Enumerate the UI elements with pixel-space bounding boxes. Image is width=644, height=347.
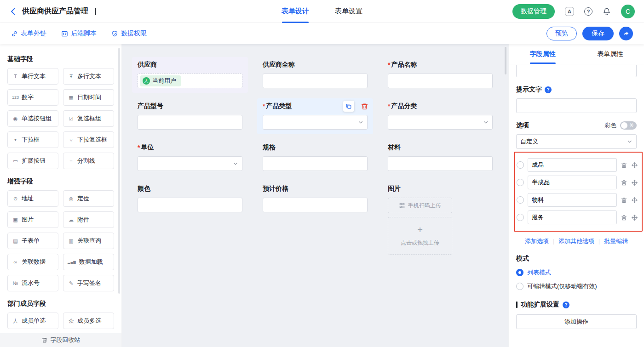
text-input[interactable] [138, 115, 242, 130]
sidebar-scrollbar[interactable] [118, 48, 120, 294]
form-field-product-model[interactable]: 产品型号 [132, 98, 248, 134]
option-value-input[interactable] [528, 193, 617, 207]
tab-form-settings[interactable]: 表单设置 [335, 0, 362, 23]
form-field-picture[interactable]: 图片 手机扫码上传 + 点击或拖拽上传 [382, 181, 498, 259]
delete-field-button[interactable] [359, 101, 370, 112]
sidebar-item-extension-button[interactable]: ▭扩展按钮 [7, 153, 58, 169]
copy-field-button[interactable] [343, 101, 354, 112]
batch-edit-link[interactable]: 批量编辑 [604, 237, 628, 245]
move-option-icon[interactable] [631, 162, 638, 169]
select-input[interactable] [388, 115, 493, 130]
form-field-material[interactable]: 材料 [382, 140, 498, 176]
drag-drop-upload-area[interactable]: + 点击或拖拽上传 [388, 217, 452, 255]
hint-help-icon[interactable]: ? [545, 86, 552, 93]
delete-option-icon[interactable] [621, 197, 627, 204]
delete-option-icon[interactable] [621, 214, 627, 221]
tab-form-properties[interactable]: 表单属性 [576, 44, 644, 64]
form-field-color[interactable]: 颜色 [132, 181, 248, 217]
option-value-input[interactable] [528, 158, 617, 172]
sidebar-item-serial-number[interactable]: №流水号 [7, 275, 58, 291]
sidebar-item-member-multi[interactable]: 众成员多选 [63, 313, 114, 329]
field-title-input[interactable] [516, 65, 637, 77]
sidebar-item-multi-dropdown[interactable]: ▽下拉复选框 [63, 131, 114, 148]
delete-option-icon[interactable] [621, 179, 627, 186]
supplier-value-box[interactable]: 人 当前用户 [138, 74, 242, 88]
option-radio[interactable] [517, 196, 524, 204]
form-field-spec[interactable]: 规格 [257, 140, 373, 176]
sidebar-item-radio-group[interactable]: ◉单选按钮组 [7, 110, 58, 127]
mode-radio[interactable] [516, 283, 523, 290]
preview-button[interactable]: 预览 [546, 27, 577, 40]
sidebar-item-linked-data[interactable]: ∞关联数据 [7, 254, 58, 270]
move-option-icon[interactable] [631, 179, 638, 186]
sidebar-item-multi-line-text[interactable]: Ŧ多行文本 [63, 68, 114, 85]
translate-icon[interactable]: A [565, 7, 574, 16]
option-value-input[interactable] [528, 176, 617, 189]
qr-upload-button[interactable]: 手机扫码上传 [388, 198, 452, 213]
sidebar-item-signature[interactable]: ✎手写签名 [63, 275, 114, 291]
back-button[interactable] [9, 7, 17, 16]
text-input[interactable] [263, 198, 368, 212]
sidebar-item-address[interactable]: ⊙地址 [7, 190, 58, 207]
sidebar-item-number[interactable]: 123数字 [7, 89, 58, 106]
form-field-product-name[interactable]: *产品名称 [382, 57, 498, 93]
bell-icon[interactable] [603, 7, 611, 16]
share-button[interactable] [619, 27, 633, 40]
sidebar-item-subform[interactable]: ▤子表单 [7, 233, 58, 249]
form-field-product-type[interactable]: *产品类型 [257, 98, 373, 134]
help-icon[interactable]: ? [584, 7, 592, 16]
add-other-option-link[interactable]: 添加其他选项 [558, 237, 594, 245]
sidebar-item-attachment[interactable]: ☁附件 [63, 211, 114, 228]
select-input[interactable] [138, 156, 242, 171]
form-field-supplier[interactable]: 供应商 人 当前用户 [132, 57, 248, 93]
form-external-link[interactable]: 表单外链 [11, 29, 46, 38]
mode-radio-selected[interactable] [516, 269, 523, 276]
option-source-select[interactable]: 自定义 [516, 134, 637, 149]
avatar[interactable]: C [621, 5, 635, 18]
option-radio[interactable] [517, 214, 524, 221]
sidebar-item-member-single[interactable]: 人成员单选 [7, 313, 58, 329]
option-radio[interactable] [517, 161, 524, 169]
mode-option-editable[interactable]: 可编辑模式(仅移动端有效) [516, 282, 637, 290]
form-field-product-category[interactable]: *产品分类 [382, 98, 498, 134]
delete-option-icon[interactable] [621, 162, 627, 169]
color-toggle[interactable]: 关 [620, 121, 637, 130]
form-field-unit[interactable]: *单位 [132, 140, 248, 176]
text-input[interactable] [388, 156, 493, 171]
data-manage-button[interactable]: 数据管理 [512, 4, 555, 19]
tab-form-design[interactable]: 表单设计 [282, 0, 309, 23]
sidebar-item-datetime[interactable]: ▦日期时间 [63, 89, 114, 106]
option-radio[interactable] [517, 179, 524, 186]
sidebar-item-checkbox-group[interactable]: ☑复选框组 [63, 110, 114, 127]
add-action-button[interactable]: 添加操作 [516, 314, 637, 329]
add-option-link[interactable]: 添加选项 [525, 237, 549, 245]
form-canvas[interactable]: 供应商 人 当前用户 供应商全称 *产品名称 产品型号 [122, 44, 508, 347]
current-user-tag[interactable]: 人 当前用户 [140, 75, 181, 86]
text-input[interactable] [263, 74, 368, 88]
sidebar-item-single-line-text[interactable]: T单行文本 [7, 68, 58, 85]
form-field-supplier-full-name[interactable]: 供应商全称 [257, 57, 373, 93]
move-option-icon[interactable] [631, 214, 638, 221]
page-title[interactable]: 供应商供应产品管理 [22, 6, 88, 16]
field-recycle-bin[interactable]: 字段回收站 [0, 333, 121, 347]
text-input[interactable] [263, 156, 368, 171]
sidebar-item-lookup-query[interactable]: ▥关联查询 [63, 233, 114, 249]
select-input[interactable] [263, 115, 368, 130]
sidebar-item-dropdown[interactable]: ▼下拉框 [7, 131, 58, 148]
sidebar-item-image[interactable]: ▣图片 [7, 211, 58, 228]
canvas-scrollbar[interactable] [505, 47, 506, 74]
sidebar-item-data-load[interactable]: ▂▄▆数据加载 [63, 254, 114, 270]
data-permission-link[interactable]: 数据权限 [111, 29, 147, 38]
extension-help-icon[interactable]: ? [563, 301, 569, 308]
option-value-input[interactable] [528, 210, 617, 224]
tab-field-properties[interactable]: 字段属性 [509, 44, 576, 64]
save-button[interactable]: 保存 [582, 27, 614, 40]
sidebar-item-location[interactable]: ◎定位 [63, 190, 114, 207]
mode-option-list[interactable]: 列表模式 [516, 268, 637, 277]
hint-text-input[interactable] [516, 98, 637, 113]
form-field-estimated-price[interactable]: 预计价格 [257, 181, 373, 217]
sidebar-item-divider[interactable]: ≡分割线 [63, 153, 114, 169]
text-input[interactable] [138, 198, 242, 212]
text-input[interactable] [388, 74, 493, 88]
move-option-icon[interactable] [631, 197, 638, 204]
